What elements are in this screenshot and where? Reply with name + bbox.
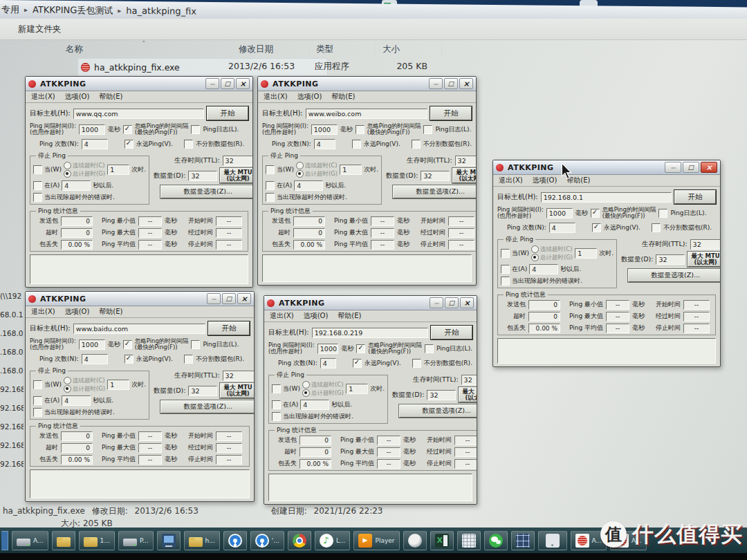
interval-input[interactable]: 1000	[311, 124, 338, 135]
radio-total-timeout[interactable]	[531, 254, 539, 261]
stop-on-error-checkbox[interactable]	[501, 277, 510, 286]
start-button[interactable]: 开始	[674, 190, 716, 204]
target-host-input[interactable]: www.qq.com	[73, 109, 204, 119]
column-header-name[interactable]: 名称	[59, 41, 232, 57]
after-seconds-input[interactable]: 4	[294, 180, 323, 191]
no-fragment-checkbox[interactable]	[412, 140, 421, 149]
menu-options[interactable]: 选项(O)	[65, 307, 90, 317]
ping-count-input[interactable]: 4	[549, 223, 575, 233]
no-fragment-checkbox[interactable]	[412, 359, 421, 368]
ping-log-checkbox[interactable]	[191, 125, 200, 134]
stop-after-checkbox[interactable]	[33, 396, 42, 405]
timeout-times-input[interactable]: 1	[346, 384, 368, 394]
data-size-input[interactable]: 32	[421, 171, 450, 181]
taskbar-item[interactable]: '...	[250, 531, 284, 550]
taskbar-item[interactable]	[457, 531, 481, 550]
ping-log-checkbox[interactable]	[423, 125, 432, 134]
window-titlebar[interactable]: ATKKPING	[258, 77, 476, 91]
close-button[interactable]	[459, 78, 473, 89]
menu-options[interactable]: 选项(O)	[304, 311, 329, 321]
ignore-interval-checkbox[interactable]	[356, 125, 365, 134]
after-seconds-input[interactable]: 4	[529, 264, 558, 274]
radio-continuous-timeout[interactable]	[531, 245, 539, 253]
new-folder-button[interactable]: 新建文件夹	[12, 21, 67, 37]
ttl-input[interactable]: 32	[455, 156, 476, 166]
ignore-interval-checkbox[interactable]	[356, 344, 365, 353]
minimize-button[interactable]	[665, 162, 681, 173]
max-mtu-button[interactable]: 最大 MTU(以太网)	[459, 387, 477, 403]
taskbar-item[interactable]	[403, 531, 427, 550]
start-button[interactable]: 开始	[431, 326, 472, 339]
menu-help[interactable]: 帮助(E)	[99, 307, 122, 317]
after-seconds-input[interactable]: 4	[62, 395, 91, 406]
start-button[interactable]: 开始	[430, 106, 472, 120]
data-size-input[interactable]: 32	[656, 254, 685, 265]
ttl-input[interactable]: 32	[223, 371, 254, 381]
radio-total-timeout[interactable]	[64, 385, 71, 393]
menu-help[interactable]: 帮助(E)	[338, 311, 361, 321]
data-size-options-button[interactable]: 数据量选项(Z)...	[399, 404, 477, 418]
stop-on-error-checkbox[interactable]	[33, 408, 42, 417]
taskbar-item[interactable]: h...	[184, 531, 220, 550]
data-size-options-button[interactable]: 数据量选项(Z)...	[393, 185, 476, 198]
maximize-button[interactable]	[222, 293, 236, 304]
taskbar-item[interactable]: A...	[12, 531, 48, 550]
ping-count-input[interactable]: 4	[320, 358, 336, 368]
forever-ping-checkbox[interactable]	[592, 223, 601, 232]
data-size-options-button[interactable]: 数据量选项(Z)...	[628, 269, 720, 282]
ping-log-checkbox[interactable]	[425, 344, 434, 353]
ping-log-checkbox[interactable]	[658, 209, 667, 218]
stop-on-error-checkbox[interactable]	[272, 412, 281, 421]
forever-ping-checkbox[interactable]	[352, 140, 361, 149]
forever-ping-checkbox[interactable]	[353, 359, 362, 368]
maximize-button[interactable]	[221, 78, 234, 89]
max-mtu-button[interactable]: 最大 MTU(以太网)	[220, 168, 252, 184]
interval-input[interactable]: 1000	[79, 339, 105, 350]
ping-count-input[interactable]: 4	[82, 139, 108, 149]
ignore-interval-checkbox[interactable]	[591, 209, 600, 218]
breadcrumb-item[interactable]: ha_atkkping_fix	[116, 6, 196, 17]
taskbar-item[interactable]	[511, 531, 535, 550]
close-button[interactable]	[460, 297, 474, 308]
after-seconds-input[interactable]: 4	[62, 180, 91, 191]
taskbar-item[interactable]	[484, 531, 508, 550]
ping-count-input[interactable]: 4	[314, 139, 335, 149]
start-button[interactable]: 开始	[208, 321, 250, 335]
menu-exit[interactable]: 退出(X)	[264, 92, 288, 102]
taskbar-item[interactable]: L...	[315, 531, 351, 550]
taskbar-item[interactable]: P...	[118, 531, 154, 550]
menu-exit[interactable]: 退出(X)	[31, 92, 55, 102]
close-button[interactable]	[701, 162, 717, 173]
minimize-button[interactable]	[207, 293, 221, 304]
column-header-type[interactable]: 类型	[309, 41, 376, 57]
stop-when-checkbox[interactable]	[33, 165, 42, 174]
ignore-interval-checkbox[interactable]	[123, 340, 132, 349]
menu-exit[interactable]: 退出(X)	[499, 176, 523, 185]
close-button[interactable]	[237, 293, 251, 304]
menu-options[interactable]: 选项(O)	[65, 92, 90, 102]
target-host-input[interactable]: www.weibo.com	[306, 109, 427, 119]
window-titlebar[interactable]: ATKKPING	[26, 292, 254, 306]
taskbar-item[interactable]	[430, 531, 454, 550]
data-size-options-button[interactable]: 数据量选项(Z)...	[160, 185, 252, 198]
minimize-button[interactable]	[205, 78, 219, 89]
radio-continuous-timeout[interactable]	[302, 381, 310, 389]
data-size-input[interactable]: 32	[188, 386, 217, 396]
target-host-input[interactable]: www.baidu.com	[73, 324, 205, 334]
maximize-button[interactable]	[683, 162, 699, 173]
window-titlebar[interactable]: ATKKPING	[264, 296, 477, 310]
max-mtu-button[interactable]: 最大 MTU(以太网)	[452, 168, 476, 184]
radio-continuous-timeout[interactable]	[296, 162, 304, 169]
taskbar-item[interactable]	[157, 531, 181, 550]
taskbar-item[interactable]: 1...	[79, 531, 115, 550]
stop-after-checkbox[interactable]	[33, 181, 42, 190]
radio-total-timeout[interactable]	[296, 170, 304, 178]
radio-total-timeout[interactable]	[302, 389, 310, 397]
taskbar-item[interactable]	[538, 531, 567, 550]
no-fragment-checkbox[interactable]	[184, 140, 193, 149]
window-titlebar[interactable]: ATKKPING	[26, 77, 252, 91]
stop-after-checkbox[interactable]	[266, 181, 275, 190]
taskbar-item[interactable]: Player	[353, 531, 399, 550]
timeout-times-input[interactable]: 1	[340, 165, 362, 175]
ping-log-checkbox[interactable]	[191, 340, 200, 349]
